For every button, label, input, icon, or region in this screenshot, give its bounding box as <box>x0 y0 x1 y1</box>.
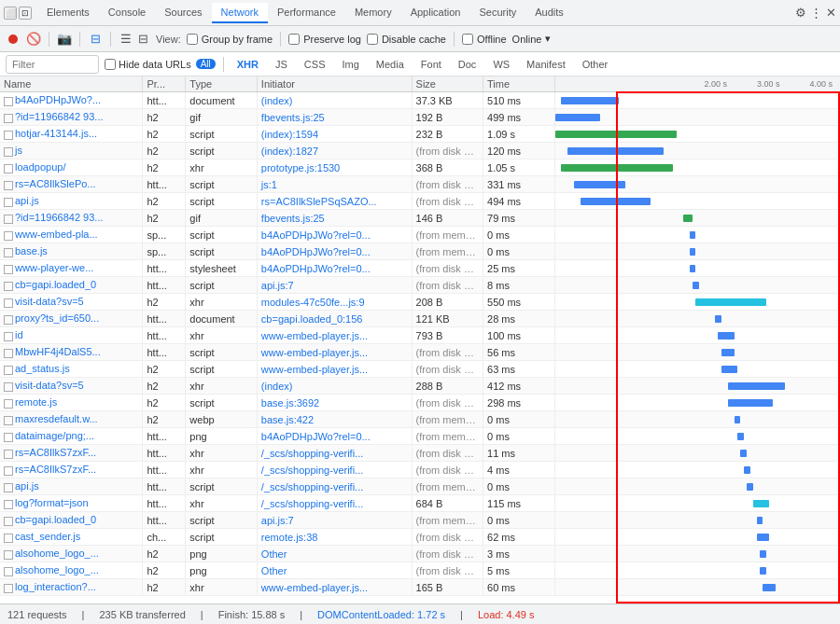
disable-cache-checkbox[interactable] <box>367 34 378 45</box>
tab-performance[interactable]: Performance <box>268 3 345 23</box>
table-row[interactable]: hotjar-413144.js...h2script(index):15942… <box>0 126 840 143</box>
tab-sources[interactable]: Sources <box>155 3 211 23</box>
filter-js[interactable]: JS <box>270 58 293 71</box>
camera-button[interactable]: 📷 <box>57 32 72 47</box>
cell-name: alsohome_logo_... <box>0 562 143 579</box>
table-row[interactable]: b4AoPDHpJWo?...htt...document(index)37.3… <box>0 92 840 109</box>
table-row[interactable]: alsohome_logo_...h2pngOther(from disk ca… <box>0 546 840 562</box>
cell-waterfall <box>554 445 840 462</box>
col-header-init[interactable]: Initiator <box>257 76 412 92</box>
cell-size: (from memory...) <box>412 243 483 260</box>
col-header-name[interactable]: Name <box>0 76 143 92</box>
online-select[interactable]: Online ▾ <box>512 33 552 45</box>
tab-memory[interactable]: Memory <box>345 3 401 23</box>
filter-css[interactable]: CSS <box>299 58 331 71</box>
filter-other[interactable]: Other <box>577 58 614 71</box>
table-row[interactable]: idhtt...xhrwww-embed-player.js...793 B10… <box>0 327 840 344</box>
tab-audits[interactable]: Audits <box>525 3 573 23</box>
offline-checkbox[interactable] <box>462 34 473 45</box>
table-row[interactable]: proxy?ts_id=650...htt...documentcb=gapi.… <box>0 311 840 327</box>
filter-input[interactable] <box>6 55 99 74</box>
col-header-waterfall[interactable]: 2.00 s 3.00 s 4.00 s <box>554 76 840 92</box>
offline-cb[interactable]: Offline <box>462 34 507 45</box>
table-row[interactable]: log_interaction?...h2xhrwww-embed-player… <box>0 579 840 596</box>
preserve-log-cb[interactable]: Preserve log <box>288 34 361 45</box>
cell-type: xhr <box>186 579 257 596</box>
table-row[interactable]: api.jshtt...script/_scs/shopping-verifi.… <box>0 478 840 495</box>
table-row[interactable]: remote.jsh2scriptbase.js:3692(from disk … <box>0 395 840 411</box>
table-row[interactable]: rs=AC8IlkS7zxF...htt...xhr/_scs/shopping… <box>0 445 840 462</box>
settings-icon[interactable]: ⚙ <box>795 6 806 20</box>
table-row[interactable]: rs=AC8IlkSlePo...htt...scriptjs:1(from d… <box>0 176 840 193</box>
cell-name: loadpopup/ <box>0 159 143 176</box>
tab-application[interactable]: Application <box>401 3 470 23</box>
table-row[interactable]: MbwHF4j4DalS5...htt...scriptwww-embed-pl… <box>0 344 840 361</box>
undock-icon[interactable]: ⊡ <box>19 7 32 20</box>
close-icon[interactable]: ✕ <box>826 6 836 20</box>
cell-initiator: modules-47c50fe...js:9 <box>257 294 412 311</box>
table-row[interactable]: ?id=11966842 93...h2giffbevents.js:25192… <box>0 109 840 126</box>
table-row[interactable]: cb=gapi.loaded_0htt...scriptapi.js:7(fro… <box>0 277 840 294</box>
clear-button[interactable]: 🚫 <box>26 32 41 47</box>
cell-name: log?format=json <box>0 495 143 512</box>
tab-elements[interactable]: Elements <box>37 3 99 23</box>
tab-console[interactable]: Console <box>99 3 155 23</box>
filter-img[interactable]: Img <box>336 58 364 71</box>
preserve-log-checkbox[interactable] <box>288 34 300 45</box>
filter-media[interactable]: Media <box>371 58 410 71</box>
cell-size: 146 B <box>412 210 483 227</box>
cell-waterfall <box>554 210 840 227</box>
preserve-log-label: Preserve log <box>303 34 361 45</box>
table-row[interactable]: api.jsh2scriptrs=AC8IlkSlePSqSAZO...(fro… <box>0 193 840 210</box>
filter-ws[interactable]: WS <box>487 58 515 71</box>
cell-waterfall <box>554 562 840 579</box>
disable-cache-label: Disable cache <box>382 34 446 45</box>
cell-type: script <box>186 126 257 143</box>
cell-time: 25 ms <box>483 260 554 277</box>
view-large-icon[interactable]: ⊟ <box>135 32 150 47</box>
table-row[interactable]: jsh2script(index):1827(from disk cac...)… <box>0 143 840 159</box>
record-button[interactable] <box>6 32 21 47</box>
col-header-pr[interactable]: Pr... <box>143 76 186 92</box>
table-row[interactable]: ad_status.jsh2scriptwww-embed-player.js.… <box>0 361 840 378</box>
table-row[interactable]: cb=gapi.loaded_0htt...scriptapi.js:7(fro… <box>0 512 840 529</box>
table-row[interactable]: visit-data?sv=5h2xhrmodules-47c50fe...js… <box>0 294 840 311</box>
table-row[interactable]: dataimage/png;...htt...pngb4AoPDHpJWo?re… <box>0 428 840 445</box>
cell-type: document <box>186 92 257 109</box>
col-header-type[interactable]: Type <box>186 76 257 92</box>
table-row[interactable]: ?id=11966842 93...h2giffbevents.js:25146… <box>0 210 840 227</box>
table-row[interactable]: cast_sender.jsch...scriptremote.js:38(fr… <box>0 529 840 546</box>
filter-xhr[interactable]: XHR <box>231 58 264 71</box>
filter-font[interactable]: Font <box>415 58 447 71</box>
filter-button[interactable]: ⊟ <box>88 32 103 47</box>
table-row[interactable]: log?format=jsonhtt...xhr/_scs/shopping-v… <box>0 495 840 512</box>
cell-time: 56 ms <box>483 344 554 361</box>
tab-network[interactable]: Network <box>212 3 268 23</box>
disable-cache-cb[interactable]: Disable cache <box>367 34 446 45</box>
table-row[interactable]: visit-data?sv=5h2xhr(index)288 B412 ms <box>0 378 840 395</box>
cell-pr: htt... <box>143 478 186 495</box>
wf-time-3: 4.00 s <box>809 79 833 89</box>
col-header-size[interactable]: Size <box>412 76 483 92</box>
filter-doc[interactable]: Doc <box>453 58 483 71</box>
group-by-frame-checkbox[interactable] <box>187 34 198 45</box>
hide-data-urls-cb[interactable]: Hide data URLs All <box>105 59 216 70</box>
filter-manifest[interactable]: Manifest <box>521 58 571 71</box>
more-icon[interactable]: ⋮ <box>810 6 822 20</box>
table-row[interactable]: loadpopup/h2xhrprototype.js:1530368 B1.0… <box>0 159 840 176</box>
hide-data-urls-checkbox[interactable] <box>105 59 116 70</box>
table-row[interactable]: alsohome_logo_...h2pngOther(from disk ca… <box>0 562 840 579</box>
cell-waterfall <box>554 361 840 378</box>
cell-size: (from disk cac...) <box>412 395 483 411</box>
table-row[interactable]: www-player-we...htt...stylesheetb4AoPDHp… <box>0 260 840 277</box>
col-header-time[interactable]: Time <box>483 76 554 92</box>
table-row[interactable]: maxresdefault.w...h2webpbase.js:422(from… <box>0 411 840 428</box>
table-row[interactable]: base.jssp...scriptb4AoPDHpJWo?rel=0...(f… <box>0 243 840 260</box>
group-by-frame-cb[interactable]: Group by frame <box>187 34 273 45</box>
tab-security[interactable]: Security <box>469 3 525 23</box>
cell-pr: h2 <box>143 361 186 378</box>
table-row[interactable]: www-embed-pla...sp...scriptb4AoPDHpJWo?r… <box>0 227 840 243</box>
dock-icon[interactable]: ⬜ <box>4 7 17 20</box>
view-list-icon[interactable]: ☰ <box>119 32 133 47</box>
table-row[interactable]: rs=AC8IlkS7zxF...htt...xhr/_scs/shopping… <box>0 462 840 478</box>
